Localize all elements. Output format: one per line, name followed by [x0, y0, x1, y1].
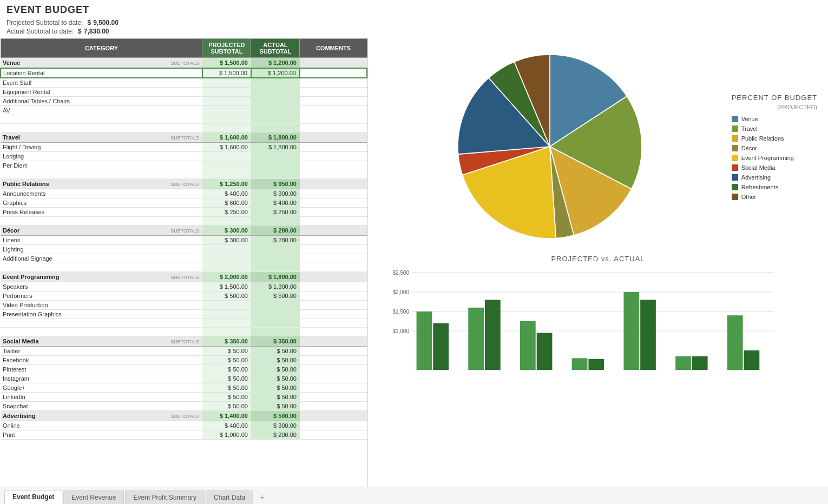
item-act: $ 1,200.00	[251, 68, 300, 78]
actual-dollar: $	[78, 28, 82, 35]
item-name: Presentation Graphics	[1, 310, 202, 319]
category-name: Advertising	[1, 411, 130, 421]
item-comment	[300, 189, 367, 198]
bar-projected-social-media	[675, 356, 691, 370]
item-proj	[202, 161, 251, 170]
table-row[interactable]: Equipment Rental	[1, 88, 367, 97]
spreadsheet-area[interactable]: CATEGORY PROJECTEDSUBTOTAL ACTUALSUBTOTA…	[0, 38, 368, 487]
legend-item-social-media: Social Media	[732, 164, 817, 171]
table-row[interactable]: Per Diem	[1, 161, 367, 170]
pie-chart-title: PERCENT OF BUDGET	[732, 94, 817, 102]
item-act: $ 300.00	[251, 421, 300, 430]
bar-chart-svg: $2,500$2,000$1,500$1,000	[379, 267, 817, 386]
table-row[interactable]: Linens $ 300.00 $ 280.00	[1, 236, 367, 245]
table-row[interactable]: Performers $ 500.00 $ 500.00	[1, 291, 367, 301]
category-act: $ 350.00	[251, 336, 300, 347]
item-name: Snapchat	[1, 402, 202, 411]
table-row[interactable]: Announcements $ 400.00 $ 300.00	[1, 189, 367, 198]
item-proj: $ 50.00	[202, 356, 251, 365]
app-title: EVENT BUDGET	[6, 4, 822, 16]
bar-actual-décor	[588, 359, 604, 370]
empty-row	[1, 217, 367, 226]
category-name: Event Programming	[1, 272, 130, 282]
category-act: $ 1,200.00	[251, 58, 300, 69]
item-proj	[202, 301, 251, 310]
table-row[interactable]: Google+ $ 50.00 $ 50.00	[1, 383, 367, 393]
item-comment	[300, 356, 367, 365]
category-proj: $ 1,500.00	[202, 58, 251, 69]
bar-projected-décor	[572, 358, 588, 370]
table-row[interactable]: Speakers $ 1,500.00 $ 1,300.00	[1, 282, 367, 291]
table-row[interactable]: Print $ 1,000.00 $ 200.00	[1, 430, 367, 440]
category-proj: $ 1,400.00	[202, 411, 251, 421]
legend-label: Social Media	[741, 164, 776, 171]
item-proj: $ 50.00	[202, 374, 251, 383]
table-row[interactable]: AV	[1, 106, 367, 115]
item-name: Equipment Rental	[1, 88, 202, 97]
tab-chart-data[interactable]: Chart Data	[206, 490, 253, 504]
tab-event-revenue[interactable]: Event Revenue	[63, 490, 124, 504]
table-row[interactable]: Pinterest $ 50.00 $ 50.00	[1, 365, 367, 374]
table-row[interactable]: Event Staff	[1, 78, 367, 88]
item-name: Lodging	[1, 152, 202, 161]
tab-event-budget[interactable]: Event Budget	[4, 490, 62, 504]
item-proj: $ 50.00	[202, 347, 251, 356]
item-act	[251, 88, 300, 97]
item-comment	[300, 68, 367, 78]
legend-item-refreshments: Refreshments	[732, 184, 817, 190]
item-comment	[300, 106, 367, 115]
table-row[interactable]: Additional Tables / Chairs	[1, 97, 367, 106]
legend-color	[732, 174, 738, 181]
table-row[interactable]: Flight / Driving $ 1,600.00 $ 1,800.00	[1, 143, 367, 152]
subtotals-label: SUBTOTALS	[130, 336, 202, 347]
item-comment	[300, 365, 367, 374]
category-act: $ 950.00	[251, 179, 300, 189]
table-row[interactable]: Press Releases $ 250.00 $ 250.00	[1, 208, 367, 217]
table-row[interactable]: Twitter $ 50.00 $ 50.00	[1, 347, 367, 356]
table-row[interactable]: Facebook $ 50.00 $ 50.00	[1, 356, 367, 365]
item-act	[251, 161, 300, 170]
category-name: Venue	[1, 58, 130, 69]
table-row[interactable]: LinkedIn $ 50.00 $ 50.00	[1, 393, 367, 402]
table-row[interactable]: Video Production	[1, 301, 367, 310]
item-name: Speakers	[1, 282, 202, 291]
table-row[interactable]: Lighting	[1, 245, 367, 254]
item-name: Location Rental	[1, 68, 202, 78]
pie-chart-svg	[458, 55, 642, 238]
empty-row	[1, 115, 367, 124]
tab-event-profit-summary[interactable]: Event Profit Summary	[125, 490, 205, 504]
table-row[interactable]: Presentation Graphics	[1, 310, 367, 319]
projected-header: PROJECTEDSUBTOTAL	[202, 39, 251, 58]
table-row[interactable]: Location Rental $ 1,500.00 $ 1,200.00	[1, 68, 367, 78]
item-proj: $ 300.00	[202, 236, 251, 245]
bar-actual-advertising	[744, 350, 760, 370]
add-tab-button[interactable]: +	[254, 490, 270, 504]
tabs-container: Event BudgetEvent RevenueEvent Profit Su…	[4, 490, 253, 504]
item-proj	[202, 245, 251, 254]
item-comment	[300, 282, 367, 291]
actual-subtotal-row: Actual Subtotal to date: $ 7,830.00	[6, 28, 822, 35]
pie-section: PERCENT OF BUDGET (PROJECTED) Venue Trav…	[379, 44, 817, 249]
legend-color	[732, 145, 738, 151]
table-row[interactable]: Additional Signage	[1, 254, 367, 263]
item-comment	[300, 310, 367, 319]
table-row[interactable]: Lodging	[1, 152, 367, 161]
item-proj	[202, 152, 251, 161]
legend-color	[732, 184, 738, 190]
table-row[interactable]: Instagram $ 50.00 $ 50.00	[1, 374, 367, 383]
table-row[interactable]: Graphics $ 600.00 $ 400.00	[1, 198, 367, 208]
item-name: Online	[1, 421, 202, 430]
item-act	[251, 310, 300, 319]
table-row[interactable]: Snapchat $ 50.00 $ 50.00	[1, 402, 367, 411]
item-act: $ 50.00	[251, 383, 300, 393]
item-proj	[202, 78, 251, 88]
budget-table: CATEGORY PROJECTEDSUBTOTAL ACTUALSUBTOTA…	[0, 38, 367, 440]
subtotals-label: SUBTOTALS	[130, 272, 202, 282]
bar-projected-event-programming	[623, 292, 639, 370]
table-row[interactable]: Online $ 400.00 $ 300.00	[1, 421, 367, 430]
item-proj	[202, 106, 251, 115]
item-act: $ 1,800.00	[251, 143, 300, 152]
item-comment	[300, 374, 367, 383]
bar-actual-venue	[433, 323, 449, 370]
item-name: AV	[1, 106, 202, 115]
